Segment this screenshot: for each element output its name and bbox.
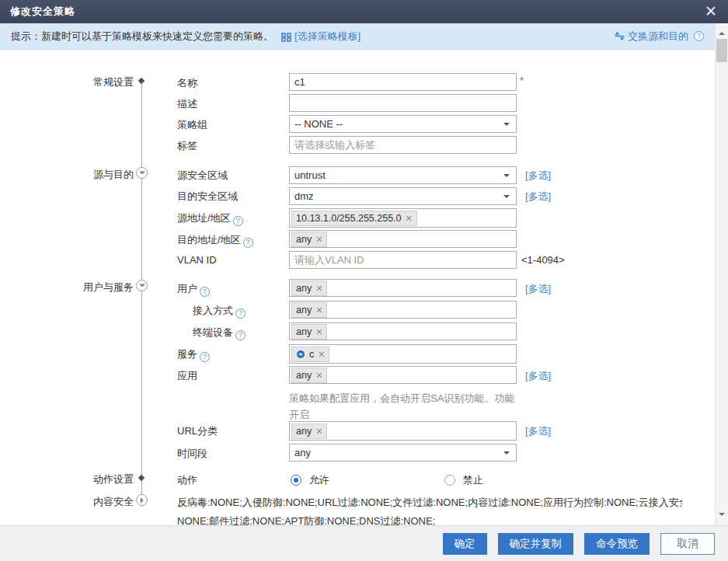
service-label: 服务? (177, 347, 210, 362)
help-icon[interactable]: ? (233, 216, 243, 226)
name-label: 名称 (177, 76, 197, 90)
ok-button[interactable]: 确定 (443, 533, 487, 555)
src-address-tagbox[interactable]: 10.13.1.0/255.255.255.0✕ (289, 208, 517, 228)
access-mode-label: 接入方式? (193, 304, 246, 319)
chip-close-icon[interactable]: ✕ (318, 348, 325, 361)
tag-input[interactable] (289, 136, 517, 154)
application-chip: any✕ (291, 368, 327, 383)
swap-source-dest[interactable]: 交换源和目的 ? (615, 30, 704, 44)
help-icon[interactable]: ? (235, 330, 246, 340)
chip-close-icon[interactable]: ✕ (315, 304, 322, 316)
dst-address-tagbox[interactable]: any✕ (289, 230, 517, 248)
tag-label: 标签 (177, 139, 197, 153)
terminal-device-tagbox[interactable]: any✕ (289, 322, 517, 340)
help-icon[interactable]: ? (243, 238, 253, 248)
close-icon[interactable]: ✕ (702, 2, 720, 21)
vlan-range-hint: <1-4094> (521, 254, 565, 266)
section-general: 常规设置 (23, 75, 134, 89)
chip-close-icon[interactable]: ✕ (406, 212, 413, 225)
application-multi-select-link[interactable]: [多选] (525, 369, 551, 383)
dst-zone-select[interactable]: dmz (289, 187, 517, 205)
service-chip: c✕ (291, 347, 329, 362)
time-range-label: 时间段 (177, 447, 207, 461)
scroll-down-icon[interactable] (716, 507, 728, 519)
src-zone-value: untrust (294, 169, 326, 181)
swap-source-dest-label[interactable]: 交换源和目的 (628, 30, 688, 44)
chevron-down-icon (503, 123, 510, 129)
application-tagbox[interactable]: any✕ (289, 366, 517, 384)
policy-group-select[interactable]: -- NONE -- (289, 115, 517, 133)
collapse-collapsed-icon[interactable] (136, 494, 148, 506)
src-zone-select[interactable]: untrust (289, 166, 517, 184)
user-multi-select-link[interactable]: [多选] (525, 282, 551, 296)
collapse-expanded-icon[interactable] (136, 280, 148, 291)
access-mode-chip: any✕ (291, 302, 327, 318)
vlan-label: VLAN ID (177, 254, 217, 266)
section-bullet-icon (138, 475, 145, 481)
help-icon[interactable]: ? (200, 352, 210, 362)
swap-arrows-icon (615, 31, 625, 41)
section-content-security: 内容安全 (23, 495, 134, 509)
content-security-summary-line1: 反病毒:NONE;入侵防御:NONE;URL过滤:NONE;文件过滤:NONE;… (177, 496, 682, 510)
address-chip: any✕ (291, 232, 327, 247)
url-category-multi-select-link[interactable]: [多选] (525, 424, 551, 438)
action-allow-option[interactable]: 允许 (291, 473, 329, 487)
name-input[interactable] (289, 73, 517, 91)
chip-close-icon[interactable]: ✕ (315, 369, 322, 382)
content-security-summary-line2: NONE;邮件过滤:NONE;APT防御:NONE;DNS过滤:NONE; (177, 514, 682, 525)
chip-close-icon[interactable]: ✕ (315, 233, 322, 246)
src-zone-label: 源安全区域 (177, 169, 228, 183)
collapse-expanded-icon[interactable] (136, 167, 148, 179)
chevron-down-icon (503, 195, 510, 201)
section-source-dest: 源与目的 (23, 168, 134, 182)
section-bullet-icon (138, 78, 145, 84)
url-category-tagbox[interactable]: any✕ (289, 421, 517, 441)
service-tagbox[interactable]: c✕ (289, 344, 517, 364)
command-preview-button[interactable]: 命令预览 (584, 533, 650, 555)
user-label: 用户? (177, 282, 210, 297)
section-action: 动作设置 (23, 472, 134, 486)
description-label: 描述 (177, 97, 197, 111)
url-category-chip: any✕ (291, 423, 327, 439)
cancel-button[interactable]: 取消 (660, 533, 715, 555)
src-address-label: 源地址/地区? (177, 211, 243, 226)
address-chip: 10.13.1.0/255.255.255.0✕ (291, 211, 417, 226)
chevron-down-icon (503, 451, 510, 458)
terminal-device-label: 终端设备? (193, 326, 246, 340)
chip-close-icon[interactable]: ✕ (315, 326, 322, 338)
radio-selected-icon[interactable] (291, 475, 301, 486)
dst-zone-label: 目的安全区域 (177, 190, 238, 204)
dst-zone-multi-select-link[interactable]: [多选] (525, 190, 551, 204)
tip-bar: 提示：新建时可以基于策略模板来快速定义您需要的策略。 [选择策略模板] 交换源和… (0, 23, 715, 50)
help-icon[interactable]: ? (200, 287, 210, 297)
action-deny-option[interactable]: 禁止 (444, 473, 483, 487)
url-category-label: URL分类 (177, 424, 218, 438)
time-range-select[interactable]: any (289, 444, 517, 462)
modify-security-policy-dialog: 修改安全策略 ✕ 提示：新建时可以基于策略模板来快速定义您需要的策略。 [选择策… (0, 0, 728, 561)
policy-group-label: 策略组 (177, 118, 207, 132)
help-icon[interactable]: ? (235, 308, 246, 319)
template-icon (281, 33, 291, 42)
scroll-up-icon[interactable] (716, 25, 728, 37)
chip-close-icon[interactable]: ✕ (315, 282, 322, 294)
dialog-title-bar: 修改安全策略 ✕ (0, 0, 728, 23)
src-zone-multi-select-link[interactable]: [多选] (525, 169, 551, 183)
tip-text: 提示：新建时可以基于策略模板来快速定义您需要的策略。 (11, 30, 273, 44)
terminal-device-chip: any✕ (291, 324, 327, 340)
action-deny-label: 禁止 (463, 474, 483, 486)
scrollbar-thumb[interactable] (716, 39, 727, 62)
help-icon[interactable]: ? (694, 31, 704, 41)
vlan-input[interactable] (289, 251, 517, 269)
select-policy-template-link[interactable]: [选择策略模板] (294, 30, 361, 44)
user-tagbox[interactable]: any✕ (289, 279, 517, 297)
ok-and-copy-button[interactable]: 确定并复制 (498, 533, 574, 555)
vertical-scrollbar[interactable] (715, 23, 728, 525)
access-mode-tagbox[interactable]: any✕ (289, 301, 517, 319)
action-allow-label: 允许 (309, 474, 329, 486)
description-input[interactable] (289, 94, 517, 112)
chip-close-icon[interactable]: ✕ (315, 425, 322, 437)
radio-unselected-icon[interactable] (444, 475, 455, 486)
section-rail (141, 81, 142, 507)
section-user-service: 用户与服务 (23, 280, 134, 294)
application-label: 应用 (177, 369, 197, 383)
